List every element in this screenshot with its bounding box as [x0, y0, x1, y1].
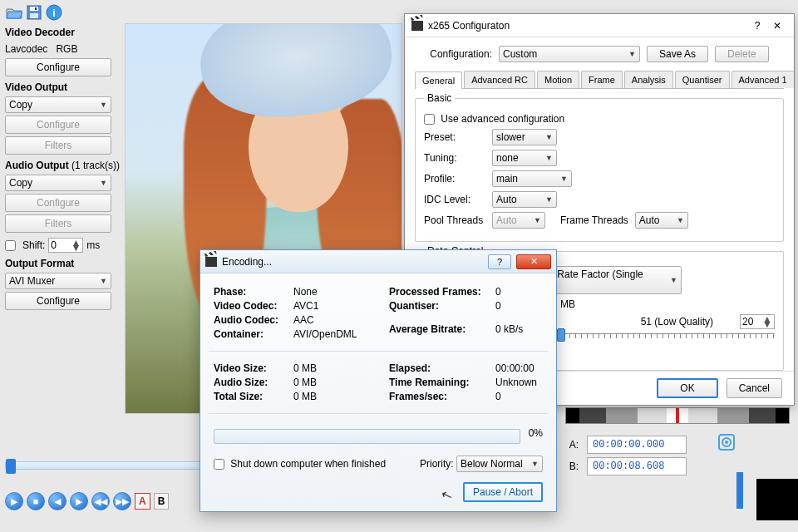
tab-advanced1[interactable]: Advanced 1 [732, 71, 795, 88]
container-value: AVI/OpenDML [293, 328, 357, 340]
audio-output-select[interactable]: Copy▼ [5, 175, 111, 191]
time-b-value[interactable]: 00:00:08.608 [587, 457, 687, 475]
tuning-select[interactable]: none▼ [492, 150, 557, 166]
video-decoder-title: Video Decoder [5, 27, 121, 38]
processed-frames-value: 0 [495, 286, 501, 298]
clapper-icon [205, 257, 217, 267]
svg-rect-3 [35, 7, 37, 10]
svg-rect-2 [30, 13, 38, 18]
audio-output-filters-button[interactable]: Filters [5, 214, 111, 233]
clapper-icon [411, 21, 423, 31]
configuration-select[interactable]: Custom▼ [499, 46, 640, 62]
volume-bar[interactable] [736, 472, 743, 509]
preset-select[interactable]: slower▼ [492, 129, 557, 145]
svg-point-7 [725, 441, 728, 444]
tab-quantiser[interactable]: Quantiser [675, 71, 730, 88]
profile-select[interactable]: main▼ [492, 170, 572, 187]
encoding-help-button[interactable]: ? [488, 254, 511, 269]
output-format-select[interactable]: AVI Muxer▼ [5, 273, 111, 289]
frame-threads-select[interactable]: Auto▼ [635, 212, 688, 229]
svg-rect-1 [30, 7, 38, 11]
encoding-title: Encoding... [222, 256, 483, 268]
video-output-title: Video Output [5, 81, 121, 93]
time-a-value[interactable]: 00:00:00.000 [587, 436, 687, 454]
video-codec-value: AVC1 [293, 300, 318, 312]
video-output-select[interactable]: Copy▼ [5, 96, 111, 113]
x265-tabs: General Advanced RC Motion Frame Analysi… [415, 71, 784, 89]
save-as-button[interactable]: Save As [647, 46, 708, 62]
basic-legend: Basic [424, 92, 455, 104]
x265-cancel-button[interactable]: Cancel [727, 378, 782, 398]
set-marker-b-button[interactable]: B [154, 493, 170, 510]
phase-value: None [293, 286, 318, 298]
fps-value: 0 [495, 391, 501, 402]
encoding-dialog: Encoding... ? ✕ Phase:None Video Codec:A… [200, 249, 557, 512]
tab-advanced-rc[interactable]: Advanced RC [464, 71, 535, 88]
info-icon[interactable]: i [45, 3, 63, 22]
video-output-configure-button[interactable]: Configure [5, 116, 111, 134]
shutdown-checkbox[interactable]: Shut down computer when finished [214, 458, 386, 470]
pool-threads-label: Pool Threads [424, 214, 485, 226]
open-icon[interactable] [5, 3, 23, 22]
time-b-label: B: [565, 461, 579, 472]
set-marker-a-button[interactable]: A [135, 493, 150, 510]
play-button[interactable]: ▶ [5, 492, 23, 510]
output-thumb [756, 479, 798, 520]
tab-motion[interactable]: Motion [537, 71, 579, 88]
decoder-configure-button[interactable]: Configure [5, 58, 111, 76]
stop-button[interactable]: ■ [27, 492, 45, 510]
avg-bitrate-value: 0 kB/s [495, 323, 523, 335]
x265-title: x265 Configuraton [428, 20, 747, 32]
use-advanced-checkbox[interactable]: Use advanced configuration [424, 113, 564, 125]
x265-ok-button[interactable]: OK [657, 378, 717, 398]
progress-text: 0% [529, 427, 543, 439]
prev-frame-button[interactable]: ◀ [48, 492, 66, 510]
priority-label: Priority: [420, 458, 454, 470]
mb-label: MB [560, 298, 575, 310]
profile-label: Profile: [424, 173, 485, 185]
output-format-title: Output Format [5, 258, 121, 269]
preset-label: Preset: [424, 131, 485, 143]
shift-label: Shift: [22, 239, 45, 251]
delete-button[interactable]: Delete [715, 46, 769, 62]
shift-unit: ms [86, 239, 100, 251]
output-format-configure-button[interactable]: Configure [5, 292, 111, 310]
marker-a-handle[interactable] [6, 459, 16, 474]
tab-general[interactable]: General [415, 71, 462, 89]
tab-frame[interactable]: Frame [581, 71, 623, 88]
elapsed-value: 00:00:00 [495, 362, 534, 374]
x265-close-button[interactable]: ✕ [767, 20, 787, 32]
rgb-label: RGB [56, 43, 77, 55]
shift-spinner[interactable]: 0▲▼ [48, 238, 83, 253]
tuning-label: Tuning: [424, 152, 485, 164]
next-frame-button[interactable]: ▶ [70, 492, 88, 510]
svg-text:i: i [52, 7, 55, 19]
video-size-value: 0 MB [293, 362, 317, 374]
forward-button[interactable]: ▶▶ [113, 492, 131, 510]
pool-threads-select: Auto▼ [492, 212, 545, 229]
cursor-icon: ↖ [439, 485, 455, 504]
preview-output-button[interactable] [718, 434, 735, 451]
lavcodec-label: Lavcodec [5, 43, 47, 55]
x265-help-button[interactable]: ? [747, 20, 767, 32]
idc-label: IDC Level: [424, 194, 485, 205]
idc-select[interactable]: Auto▼ [492, 191, 557, 208]
histogram-strip [565, 407, 790, 424]
video-output-filters-button[interactable]: Filters [5, 136, 111, 155]
rewind-button[interactable]: ◀◀ [91, 492, 110, 510]
save-icon[interactable] [25, 3, 43, 22]
quality-value-text: 51 (Low Quality) [641, 316, 713, 328]
audio-codec-value: AAC [293, 314, 314, 326]
total-size-value: 0 MB [293, 391, 317, 402]
quality-spinner[interactable]: 20▲▼ [740, 314, 775, 329]
audio-output-configure-button[interactable]: Configure [5, 194, 111, 212]
pause-abort-button[interactable]: Pause / Abort [463, 482, 543, 502]
remaining-value: Unknown [495, 377, 537, 388]
shift-checkbox[interactable] [5, 240, 16, 251]
encoding-close-button[interactable]: ✕ [516, 254, 551, 269]
audio-size-value: 0 MB [293, 377, 317, 388]
frame-threads-label: Frame Threads [560, 214, 628, 226]
tab-analysis[interactable]: Analysis [624, 71, 673, 88]
quantiser-value: 0 [495, 300, 501, 312]
priority-select[interactable]: Below Normal▼ [456, 456, 543, 472]
